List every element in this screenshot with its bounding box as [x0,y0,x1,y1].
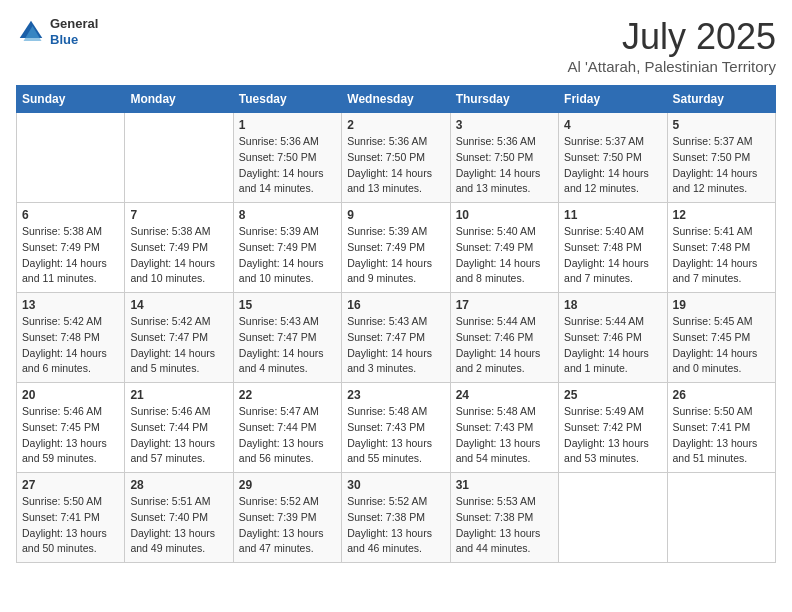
header-cell-thursday: Thursday [450,86,558,113]
day-cell [17,113,125,203]
week-row-5: 27Sunrise: 5:50 AMSunset: 7:41 PMDayligh… [17,473,776,563]
day-number: 6 [22,208,119,222]
day-cell: 11Sunrise: 5:40 AMSunset: 7:48 PMDayligh… [559,203,667,293]
day-number: 23 [347,388,444,402]
day-number: 21 [130,388,227,402]
day-cell: 27Sunrise: 5:50 AMSunset: 7:41 PMDayligh… [17,473,125,563]
day-cell: 14Sunrise: 5:42 AMSunset: 7:47 PMDayligh… [125,293,233,383]
day-cell: 8Sunrise: 5:39 AMSunset: 7:49 PMDaylight… [233,203,341,293]
day-info: Sunrise: 5:40 AMSunset: 7:48 PMDaylight:… [564,224,661,287]
day-info: Sunrise: 5:36 AMSunset: 7:50 PMDaylight:… [347,134,444,197]
day-cell: 30Sunrise: 5:52 AMSunset: 7:38 PMDayligh… [342,473,450,563]
day-number: 19 [673,298,770,312]
day-cell: 15Sunrise: 5:43 AMSunset: 7:47 PMDayligh… [233,293,341,383]
day-cell: 26Sunrise: 5:50 AMSunset: 7:41 PMDayligh… [667,383,775,473]
day-number: 10 [456,208,553,222]
day-cell: 13Sunrise: 5:42 AMSunset: 7:48 PMDayligh… [17,293,125,383]
day-info: Sunrise: 5:39 AMSunset: 7:49 PMDaylight:… [347,224,444,287]
header-cell-tuesday: Tuesday [233,86,341,113]
day-number: 9 [347,208,444,222]
day-number: 17 [456,298,553,312]
day-cell: 28Sunrise: 5:51 AMSunset: 7:40 PMDayligh… [125,473,233,563]
day-number: 20 [22,388,119,402]
day-info: Sunrise: 5:44 AMSunset: 7:46 PMDaylight:… [456,314,553,377]
day-number: 27 [22,478,119,492]
day-cell: 10Sunrise: 5:40 AMSunset: 7:49 PMDayligh… [450,203,558,293]
day-number: 31 [456,478,553,492]
day-info: Sunrise: 5:41 AMSunset: 7:48 PMDaylight:… [673,224,770,287]
day-info: Sunrise: 5:49 AMSunset: 7:42 PMDaylight:… [564,404,661,467]
day-cell [125,113,233,203]
day-cell: 3Sunrise: 5:36 AMSunset: 7:50 PMDaylight… [450,113,558,203]
day-cell: 29Sunrise: 5:52 AMSunset: 7:39 PMDayligh… [233,473,341,563]
header-cell-wednesday: Wednesday [342,86,450,113]
day-number: 1 [239,118,336,132]
day-cell: 21Sunrise: 5:46 AMSunset: 7:44 PMDayligh… [125,383,233,473]
day-number: 18 [564,298,661,312]
day-number: 2 [347,118,444,132]
day-cell: 22Sunrise: 5:47 AMSunset: 7:44 PMDayligh… [233,383,341,473]
week-row-2: 6Sunrise: 5:38 AMSunset: 7:49 PMDaylight… [17,203,776,293]
logo-general: General [50,16,98,32]
day-cell: 1Sunrise: 5:36 AMSunset: 7:50 PMDaylight… [233,113,341,203]
page-header: General Blue July 2025 Al 'Attarah, Pale… [16,16,776,75]
logo-text: General Blue [50,16,98,47]
day-number: 26 [673,388,770,402]
day-info: Sunrise: 5:37 AMSunset: 7:50 PMDaylight:… [564,134,661,197]
day-info: Sunrise: 5:52 AMSunset: 7:38 PMDaylight:… [347,494,444,557]
day-cell: 23Sunrise: 5:48 AMSunset: 7:43 PMDayligh… [342,383,450,473]
day-info: Sunrise: 5:38 AMSunset: 7:49 PMDaylight:… [130,224,227,287]
day-number: 5 [673,118,770,132]
week-row-3: 13Sunrise: 5:42 AMSunset: 7:48 PMDayligh… [17,293,776,383]
subtitle: Al 'Attarah, Palestinian Territory [567,58,776,75]
day-info: Sunrise: 5:48 AMSunset: 7:43 PMDaylight:… [347,404,444,467]
day-cell: 31Sunrise: 5:53 AMSunset: 7:38 PMDayligh… [450,473,558,563]
day-info: Sunrise: 5:50 AMSunset: 7:41 PMDaylight:… [22,494,119,557]
day-info: Sunrise: 5:40 AMSunset: 7:49 PMDaylight:… [456,224,553,287]
day-info: Sunrise: 5:46 AMSunset: 7:44 PMDaylight:… [130,404,227,467]
day-number: 7 [130,208,227,222]
day-info: Sunrise: 5:39 AMSunset: 7:49 PMDaylight:… [239,224,336,287]
day-number: 14 [130,298,227,312]
day-cell: 19Sunrise: 5:45 AMSunset: 7:45 PMDayligh… [667,293,775,383]
day-number: 28 [130,478,227,492]
header-row: SundayMondayTuesdayWednesdayThursdayFrid… [17,86,776,113]
week-row-4: 20Sunrise: 5:46 AMSunset: 7:45 PMDayligh… [17,383,776,473]
day-number: 22 [239,388,336,402]
day-info: Sunrise: 5:38 AMSunset: 7:49 PMDaylight:… [22,224,119,287]
day-cell: 20Sunrise: 5:46 AMSunset: 7:45 PMDayligh… [17,383,125,473]
day-info: Sunrise: 5:42 AMSunset: 7:48 PMDaylight:… [22,314,119,377]
day-number: 15 [239,298,336,312]
day-info: Sunrise: 5:48 AMSunset: 7:43 PMDaylight:… [456,404,553,467]
day-number: 3 [456,118,553,132]
day-cell: 7Sunrise: 5:38 AMSunset: 7:49 PMDaylight… [125,203,233,293]
day-cell: 4Sunrise: 5:37 AMSunset: 7:50 PMDaylight… [559,113,667,203]
logo: General Blue [16,16,98,47]
day-cell [667,473,775,563]
calendar-table: SundayMondayTuesdayWednesdayThursdayFrid… [16,85,776,563]
day-number: 12 [673,208,770,222]
day-info: Sunrise: 5:47 AMSunset: 7:44 PMDaylight:… [239,404,336,467]
day-number: 30 [347,478,444,492]
day-cell: 16Sunrise: 5:43 AMSunset: 7:47 PMDayligh… [342,293,450,383]
day-number: 25 [564,388,661,402]
day-info: Sunrise: 5:46 AMSunset: 7:45 PMDaylight:… [22,404,119,467]
day-number: 24 [456,388,553,402]
day-cell: 25Sunrise: 5:49 AMSunset: 7:42 PMDayligh… [559,383,667,473]
day-cell: 9Sunrise: 5:39 AMSunset: 7:49 PMDaylight… [342,203,450,293]
day-info: Sunrise: 5:52 AMSunset: 7:39 PMDaylight:… [239,494,336,557]
day-cell: 2Sunrise: 5:36 AMSunset: 7:50 PMDaylight… [342,113,450,203]
header-cell-saturday: Saturday [667,86,775,113]
day-cell: 5Sunrise: 5:37 AMSunset: 7:50 PMDaylight… [667,113,775,203]
day-info: Sunrise: 5:36 AMSunset: 7:50 PMDaylight:… [456,134,553,197]
day-cell: 17Sunrise: 5:44 AMSunset: 7:46 PMDayligh… [450,293,558,383]
header-cell-monday: Monday [125,86,233,113]
day-info: Sunrise: 5:51 AMSunset: 7:40 PMDaylight:… [130,494,227,557]
day-number: 4 [564,118,661,132]
day-number: 29 [239,478,336,492]
day-info: Sunrise: 5:53 AMSunset: 7:38 PMDaylight:… [456,494,553,557]
main-title: July 2025 [567,16,776,58]
day-number: 8 [239,208,336,222]
day-cell: 6Sunrise: 5:38 AMSunset: 7:49 PMDaylight… [17,203,125,293]
day-cell [559,473,667,563]
